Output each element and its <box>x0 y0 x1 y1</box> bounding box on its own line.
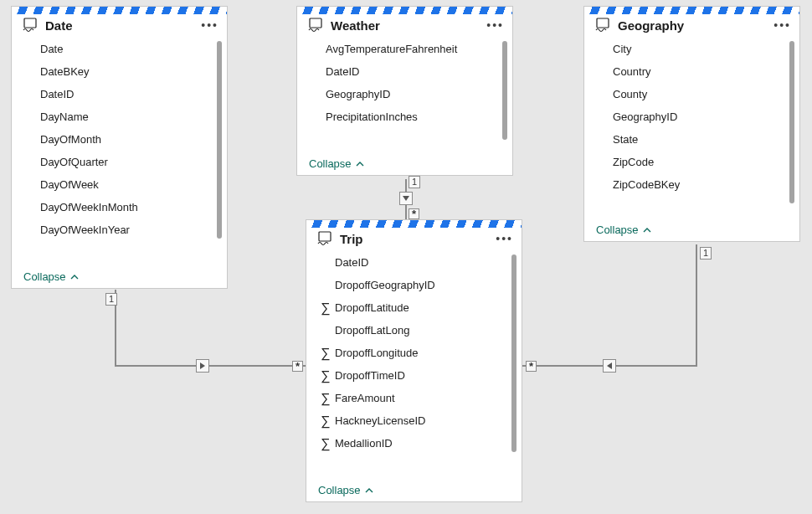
more-options-icon[interactable]: ••• <box>773 18 791 32</box>
table-title: Weather <box>331 18 480 33</box>
direction-arrow-geography-trip <box>603 359 616 373</box>
field-item[interactable]: ∑DropoffLatitude <box>315 296 516 319</box>
table-icon <box>316 231 333 246</box>
field-list: AvgTemperatureFahrenheit DateID Geograph… <box>302 38 507 128</box>
cardinality-weather-one: 1 <box>409 176 420 188</box>
table-stripe <box>12 6 227 14</box>
scrollbar[interactable] <box>789 41 794 203</box>
more-options-icon[interactable]: ••• <box>486 18 504 32</box>
direction-arrow-date-trip <box>196 359 209 373</box>
field-item[interactable]: DayOfMonth <box>20 128 222 151</box>
field-item[interactable]: DayOfWeekInYear <box>20 218 222 241</box>
table-stripe <box>297 6 512 14</box>
table-date[interactable]: Date ••• Date DateBKey DateID DayName Da… <box>11 6 228 289</box>
table-title: Geography <box>618 18 767 33</box>
field-item[interactable]: DateID <box>315 251 516 274</box>
field-item[interactable]: DropoffLatLong <box>315 319 516 342</box>
collapse-button[interactable]: Collapse <box>584 220 799 241</box>
field-list: Date DateBKey DateID DayName DayOfMonth … <box>17 38 222 241</box>
collapse-button[interactable]: Collapse <box>297 154 512 175</box>
field-item[interactable]: DayOfWeekInMonth <box>20 196 222 218</box>
cardinality-trip-many-from-weather: * <box>409 208 419 219</box>
chevron-up-icon <box>70 273 79 281</box>
more-options-icon[interactable]: ••• <box>201 18 218 32</box>
sigma-icon: ∑ <box>318 301 333 316</box>
sigma-icon: ∑ <box>318 346 333 361</box>
svg-rect-1 <box>310 18 321 28</box>
field-item[interactable]: DateID <box>20 83 222 105</box>
field-item[interactable]: DayOfWeek <box>20 173 222 196</box>
more-options-icon[interactable]: ••• <box>496 232 513 245</box>
scrollbar[interactable] <box>511 254 516 452</box>
table-title: Trip <box>340 232 489 246</box>
table-title: Date <box>45 18 194 33</box>
field-item[interactable]: County <box>593 83 794 105</box>
svg-rect-3 <box>319 232 331 241</box>
field-item[interactable]: GeographyID <box>306 83 507 105</box>
field-item[interactable]: City <box>593 38 794 60</box>
relationship-geography-trip-v[interactable] <box>696 244 697 367</box>
cardinality-date-one: 1 <box>105 293 117 306</box>
table-trip[interactable]: Trip ••• DateID DropoffGeographyID ∑Drop… <box>306 219 522 502</box>
field-item[interactable]: Country <box>593 60 794 83</box>
svg-rect-0 <box>24 18 36 28</box>
field-item[interactable]: AvgTemperatureFahrenheit <box>306 38 507 60</box>
field-item[interactable]: DateID <box>306 60 507 83</box>
field-item[interactable]: DropoffGeographyID <box>315 274 516 296</box>
table-geography[interactable]: Geography ••• City Country County Geogra… <box>583 6 800 242</box>
collapse-button[interactable]: Collapse <box>12 267 227 288</box>
field-item[interactable]: Date <box>20 38 222 60</box>
field-item[interactable]: ZipCodeBKey <box>593 173 794 196</box>
scrollbar[interactable] <box>502 41 507 140</box>
field-item[interactable]: ∑HackneyLicenseID <box>315 409 516 432</box>
direction-arrow-weather-trip <box>399 192 413 205</box>
table-stripe <box>306 219 522 228</box>
field-item[interactable]: ∑DropoffLongitude <box>315 342 516 364</box>
chevron-up-icon <box>365 486 373 495</box>
field-item[interactable]: ∑MedallionID <box>315 432 516 455</box>
table-icon <box>307 18 324 33</box>
sigma-icon: ∑ <box>318 391 333 406</box>
field-item[interactable]: DayOfQuarter <box>20 151 222 173</box>
chevron-up-icon <box>643 226 651 234</box>
cardinality-geography-one: 1 <box>700 247 712 260</box>
field-list: City Country County GeographyID State Zi… <box>589 38 794 196</box>
relationship-date-trip-h[interactable] <box>115 365 306 367</box>
collapse-button[interactable]: Collapse <box>306 481 522 501</box>
table-weather[interactable]: Weather ••• AvgTemperatureFahrenheit Dat… <box>296 6 513 176</box>
chevron-up-icon <box>356 160 364 168</box>
table-icon <box>22 18 39 33</box>
field-item[interactable]: PrecipitationInches <box>306 105 507 128</box>
field-item[interactable]: DayName <box>20 105 222 128</box>
field-item[interactable]: GeographyID <box>593 105 794 128</box>
cardinality-trip-many-from-date: * <box>292 361 303 372</box>
field-item[interactable]: ∑FareAmount <box>315 387 516 409</box>
table-stripe <box>584 6 799 14</box>
sigma-icon: ∑ <box>318 368 333 383</box>
sigma-icon: ∑ <box>318 414 333 429</box>
field-item[interactable]: ∑DropoffTimeID <box>315 364 516 387</box>
field-item[interactable]: ZipCode <box>593 151 794 173</box>
field-list: DateID DropoffGeographyID ∑DropoffLatitu… <box>311 251 516 455</box>
table-icon <box>594 18 611 33</box>
scrollbar[interactable] <box>217 41 222 239</box>
sigma-icon: ∑ <box>318 436 333 451</box>
field-item[interactable]: State <box>593 128 794 151</box>
field-item[interactable]: DateBKey <box>20 60 222 83</box>
svg-rect-2 <box>597 18 609 28</box>
cardinality-trip-many-from-geography: * <box>526 361 537 372</box>
